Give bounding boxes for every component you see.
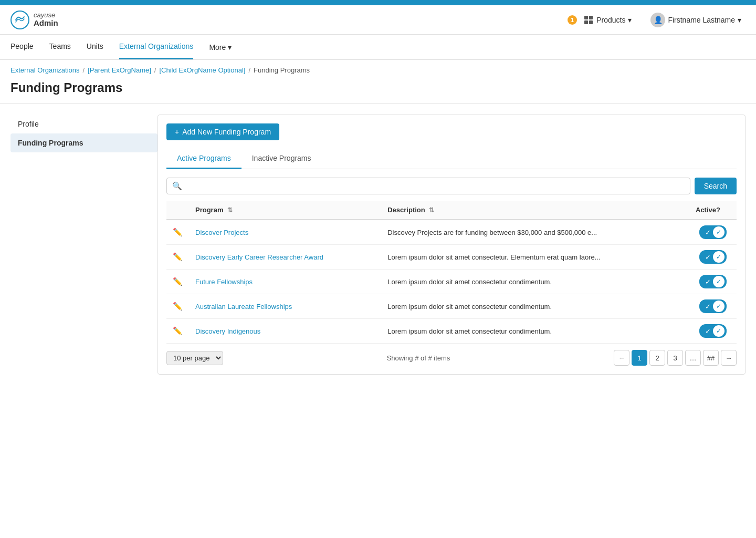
search-input-wrap: 🔍 [166,178,690,194]
table-row: ✏️Discovery Early Career Researcher Awar… [166,245,737,270]
program-name-cell: Future Fellowships [189,270,381,294]
toggle-checkmark: ✓ [716,327,721,335]
per-page-dropdown[interactable]: 10 per page 25 per page 50 per page [166,351,223,365]
edit-icon-cell: ✏️ [166,270,189,294]
edit-program-icon[interactable]: ✏️ [173,326,183,335]
user-name-label: Firstname Lastname [668,16,735,24]
nav-item-units[interactable]: Units [87,35,103,59]
nav-item-teams[interactable]: Teams [49,35,71,59]
page-3-button[interactable]: 3 [667,350,683,366]
programs-table: Program ⇅ Description ⇅ Active? ✏️Discov… [166,201,737,344]
products-button[interactable]: Products ▾ [579,13,636,27]
toggle-check-icon: ✓ [705,327,711,335]
breadcrumb-external-orgs[interactable]: External Organizations [10,66,80,74]
program-link[interactable]: Discovery Early Career Researcher Award [195,253,323,261]
table-row: ✏️Australian Laureate FellowshipsLorem i… [166,294,737,319]
page-1-button[interactable]: 1 [632,350,647,366]
nav-item-more[interactable]: More ▾ [209,43,232,51]
program-link[interactable]: Discover Projects [195,229,248,236]
nav-item-people[interactable]: People [10,35,34,59]
table-row: ✏️Discovery IndigenousLorem ipsum dolor … [166,319,737,344]
col-description[interactable]: Description ⇅ [381,201,689,220]
toggle-circle: ✓ [713,276,724,287]
sidebar-item-profile[interactable]: Profile [10,115,158,133]
edit-icon-cell: ✏️ [166,220,189,245]
active-toggle[interactable]: ✓ ✓ [699,225,727,239]
program-link[interactable]: Future Fellowships [195,278,253,286]
user-avatar-icon: 👤 [650,13,665,27]
program-link[interactable]: Discovery Indigenous [195,327,260,335]
page-title: Funding Programs [0,76,756,104]
description-cell: Lorem ipsum dolor sit amet consectetur. … [381,245,689,270]
edit-icon-cell: ✏️ [166,319,189,344]
tab-active-programs[interactable]: Active Programs [166,149,242,169]
description-cell: Lorem ipsum dolor sit amet consectetur c… [381,270,689,294]
col-icon [166,201,189,220]
more-label: More [209,43,226,51]
add-new-funding-program-button[interactable]: + Add New Funding Program [166,123,279,140]
search-button[interactable]: Search [695,178,737,194]
breadcrumb-child-org[interactable]: [Child ExOrgName Optional] [159,66,245,74]
add-button-label: Add New Funding Program [182,128,271,136]
toggle-checkmark: ✓ [716,253,721,261]
user-chevron-icon: ▾ [738,16,741,24]
toggle-circle: ✓ [713,325,724,337]
breadcrumb-sep-1: / [83,66,85,74]
svg-rect-1 [584,16,588,19]
active-toggle[interactable]: ✓ ✓ [699,324,727,338]
breadcrumb-sep-2: / [154,66,156,74]
edit-icon-cell: ✏️ [166,245,189,270]
top-bar [0,0,756,5]
header: cayuse Admin 1 Products ▾ 👤 Firstname La… [0,5,756,35]
content-area: + Add New Funding Program Active Program… [158,115,746,375]
col-program[interactable]: Program ⇅ [189,201,381,220]
logo-admin-label: Admin [34,19,58,28]
per-page-select: 10 per page 25 per page 50 per page [166,351,223,365]
sidebar: Profile Funding Programs [10,115,158,375]
description-cell: Discovey Projects are for funding betwee… [381,220,689,245]
breadcrumb-parent-org[interactable]: [Parent ExOrgName] [88,66,151,74]
logo-cayuse-label: cayuse [34,12,58,19]
toggle-checkmark: ✓ [716,229,721,236]
nav-item-external-organizations[interactable]: External Organizations [119,35,194,59]
search-input[interactable] [186,182,685,190]
page-2-button[interactable]: 2 [649,350,665,366]
prev-page-button[interactable]: ← [614,350,629,366]
user-menu-button[interactable]: 👤 Firstname Lastname ▾ [646,11,746,29]
toggle-check-icon: ✓ [705,229,711,236]
pagination-info: Showing # of # items [387,354,450,362]
breadcrumb: External Organizations / [Parent ExOrgNa… [0,60,756,76]
more-chevron-icon: ▾ [228,43,232,51]
logo-text: cayuse Admin [34,12,58,28]
pagination-controls: ← 1 2 3 … ## → [614,350,737,366]
svg-rect-2 [589,16,593,19]
edit-program-icon[interactable]: ✏️ [173,227,183,236]
edit-program-icon[interactable]: ✏️ [173,277,183,286]
table-row: ✏️Future FellowshipsLorem ipsum dolor si… [166,270,737,294]
notification-badge: 1 [568,15,577,25]
add-icon: + [175,128,179,136]
svg-rect-4 [589,20,593,24]
active-toggle[interactable]: ✓ ✓ [699,250,727,264]
edit-program-icon[interactable]: ✏️ [173,252,183,261]
active-toggle[interactable]: ✓ ✓ [699,299,727,313]
main-layout: Profile Funding Programs + Add New Fundi… [0,104,756,385]
header-right: 1 Products ▾ 👤 Firstname Lastname ▾ [568,11,746,29]
logo: cayuse Admin [10,11,58,29]
tab-inactive-programs[interactable]: Inactive Programs [242,149,322,169]
toggle-circle: ✓ [713,226,724,238]
pagination-row: 10 per page 25 per page 50 per page Show… [166,344,737,366]
toggle-check-icon: ✓ [705,278,711,286]
active-cell: ✓ ✓ [689,245,737,270]
products-label: Products [596,16,625,24]
page-last-button[interactable]: ## [703,350,719,366]
next-page-button[interactable]: → [721,350,737,366]
program-tabs: Active Programs Inactive Programs [166,149,737,169]
search-bar: 🔍 Search [166,178,737,194]
sidebar-item-funding-programs[interactable]: Funding Programs [10,133,158,152]
program-link[interactable]: Australian Laureate Fellowships [195,303,292,311]
program-name-cell: Discovery Early Career Researcher Award [189,245,381,270]
edit-program-icon[interactable]: ✏️ [173,302,183,311]
active-cell: ✓ ✓ [689,319,737,344]
active-toggle[interactable]: ✓ ✓ [699,275,727,288]
